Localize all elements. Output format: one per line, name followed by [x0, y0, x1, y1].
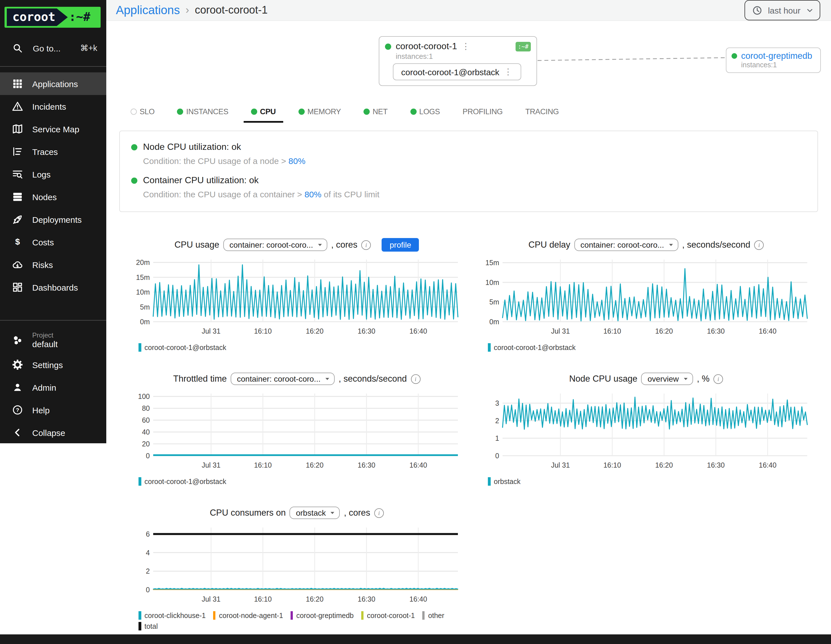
tab-profiling[interactable]: PROFILING [462, 107, 503, 116]
tab-logs[interactable]: LOGS [410, 107, 440, 116]
sidebar-item-incidents[interactable]: Incidents [0, 95, 106, 118]
kebab-menu-icon[interactable]: ⋮ [504, 67, 513, 77]
chart-scope-select[interactable]: container: coroot-coro... [574, 239, 678, 251]
tab-status-dot [363, 108, 370, 115]
footer-bar [0, 634, 831, 644]
chevron-down-icon [806, 6, 814, 14]
svg-text:Jul 31: Jul 31 [202, 327, 220, 335]
tab-memory[interactable]: MEMORY [298, 107, 341, 116]
instances-count: instances:1 [741, 61, 815, 69]
sidebar-item-collapse[interactable]: Collapse [0, 421, 106, 444]
sidebar-item-admin[interactable]: Admin [0, 376, 106, 399]
app-root: coroot :~# Go to... ⌘+k ApplicationsInci… [0, 0, 831, 644]
chart-scope-select[interactable]: orbstack [290, 507, 340, 519]
sidebar-item-label: Deployments [32, 215, 82, 224]
sidebar-item-risks[interactable]: Risks [0, 253, 106, 276]
breadcrumb-applications[interactable]: Applications [116, 3, 180, 17]
sidebar: coroot :~# Go to... ⌘+k ApplicationsInci… [0, 0, 106, 443]
tab-net[interactable]: NET [363, 107, 387, 116]
sidebar-item-dashboards[interactable]: Dashboards [0, 276, 106, 298]
peer-service-link[interactable]: coroot-greptimedb [741, 51, 812, 61]
chevron-left-icon [12, 427, 23, 438]
profile-button[interactable]: profile [382, 238, 419, 252]
sidebar-item-service-map[interactable]: Service Map [0, 118, 106, 140]
tab-status-dot [410, 108, 416, 115]
chart-scope-select[interactable]: container: coroot-coro... [231, 373, 335, 385]
tab-status-dot [251, 108, 257, 115]
report-tabs: SLOINSTANCESCPUMEMORYNETLOGSPROFILINGTRA… [106, 107, 831, 116]
legend-item[interactable]: coroot-clickhouse-1 [138, 611, 206, 620]
legend-item[interactable]: other [422, 611, 444, 620]
svg-text:1: 1 [495, 434, 499, 442]
info-icon[interactable]: i [374, 508, 384, 518]
svg-text:16:30: 16:30 [358, 461, 376, 469]
legend-item[interactable]: coroot-coroot-1@orbstack [488, 343, 575, 352]
traces-icon [12, 146, 23, 157]
chart-legend: coroot-coroot-1@orbstack [482, 343, 810, 352]
legend-item[interactable]: coroot-greptimedb [290, 611, 353, 620]
svg-text:16:40: 16:40 [409, 595, 427, 603]
legend-item[interactable]: coroot-coroot-1@orbstack [138, 477, 226, 486]
tab-slo[interactable]: SLO [131, 107, 154, 116]
legend-item[interactable]: coroot-coroot-1 [361, 611, 415, 620]
sidebar-item-costs[interactable]: $Costs [0, 231, 106, 253]
chart-plot-cpu-consumers[interactable]: 0246Jul 3116:1016:2016:3016:40 [133, 523, 461, 608]
chart-plot-cpu-delay[interactable]: 0m5m10m15mJul 3116:1016:2016:3016:40 [482, 255, 810, 340]
coroot-logo[interactable]: coroot :~# [5, 7, 100, 28]
main-area: Applications › coroot-coroot-1 last hour [106, 0, 831, 634]
sidebar-item-label: Costs [32, 237, 54, 247]
chart-plot-node-cpu-usage[interactable]: 0123Jul 3116:1016:2016:3016:40 [482, 389, 810, 474]
chart-scope-select[interactable]: overview [642, 373, 693, 385]
chart-header: CPU consumers onorbstack, coresi [133, 505, 461, 521]
shell-badge: :~# [516, 41, 531, 51]
sidebar-item-project[interactable]: Project default [0, 326, 106, 353]
svg-text:16:40: 16:40 [759, 327, 777, 335]
chart-scope-select[interactable]: container: coroot-coro... [223, 239, 327, 251]
tab-instances[interactable]: INSTANCES [177, 107, 228, 116]
info-icon[interactable]: i [361, 240, 371, 250]
chart-plot-throttled-time[interactable]: 020406080100Jul 3116:1016:2016:3016:40 [133, 389, 461, 474]
kebab-menu-icon[interactable]: ⋮ [462, 41, 471, 51]
goto-search[interactable]: Go to... ⌘+k [0, 36, 106, 61]
svg-text:16:30: 16:30 [358, 595, 376, 603]
info-icon[interactable]: i [713, 374, 723, 384]
sidebar-item-label: Service Map [32, 124, 80, 134]
svg-text:16:40: 16:40 [409, 461, 427, 469]
sidebar-item-nodes[interactable]: Nodes [0, 185, 106, 208]
legend-item[interactable]: total [138, 622, 158, 630]
chart-title: Throttled time [173, 374, 227, 384]
svg-text:3: 3 [495, 399, 499, 407]
svg-text:15m: 15m [136, 273, 150, 281]
svg-text:0m: 0m [489, 318, 499, 326]
legend-item[interactable]: coroot-node-agent-1 [213, 611, 283, 620]
info-icon[interactable]: i [411, 374, 420, 384]
sidebar-item-deployments[interactable]: Deployments [0, 208, 106, 231]
svg-text:15m: 15m [485, 259, 499, 266]
service-card-current[interactable]: coroot-coroot-1 ⋮ :~# instances:1 coroot… [379, 36, 537, 86]
info-icon[interactable]: i [755, 240, 764, 250]
service-card-peer[interactable]: coroot-greptimedb instances:1 [726, 48, 821, 73]
sidebar-item-help[interactable]: ?Help [0, 399, 106, 421]
sidebar-item-traces[interactable]: Traces [0, 140, 106, 163]
status-condition: Condition: the CPU usage of a container … [143, 190, 379, 199]
svg-text:0: 0 [146, 452, 150, 460]
charts-grid: CPU usagecontainer: coroot-coro..., core… [106, 237, 831, 642]
chart-header: Throttled timecontainer: coroot-coro...,… [133, 371, 461, 387]
breadcrumb-current: coroot-coroot-1 [195, 4, 267, 16]
time-range-picker[interactable]: last hour [745, 0, 820, 20]
chart-plot-cpu-usage[interactable]: 0m5m10m15m20mJul 3116:1016:2016:3016:40 [133, 255, 461, 340]
hexagons-icon [12, 335, 23, 346]
svg-text:5m: 5m [140, 303, 150, 311]
status-dot [385, 43, 391, 49]
tab-tracing[interactable]: TRACING [525, 107, 559, 116]
chart-cpu-usage: CPU usagecontainer: coroot-coro..., core… [133, 237, 461, 352]
instance-chip[interactable]: coroot-coroot-1@orbstack ⋮ [393, 63, 521, 80]
sidebar-item-logs[interactable]: Logs [0, 163, 106, 185]
clock-icon [752, 5, 763, 16]
project-name: default [32, 339, 58, 349]
legend-item[interactable]: coroot-coroot-1@orbstack [138, 343, 226, 352]
sidebar-item-settings[interactable]: Settings [0, 353, 106, 376]
sidebar-item-applications[interactable]: Applications [0, 72, 106, 95]
legend-item[interactable]: orbstack [488, 477, 521, 486]
tab-cpu[interactable]: CPU [251, 107, 276, 116]
